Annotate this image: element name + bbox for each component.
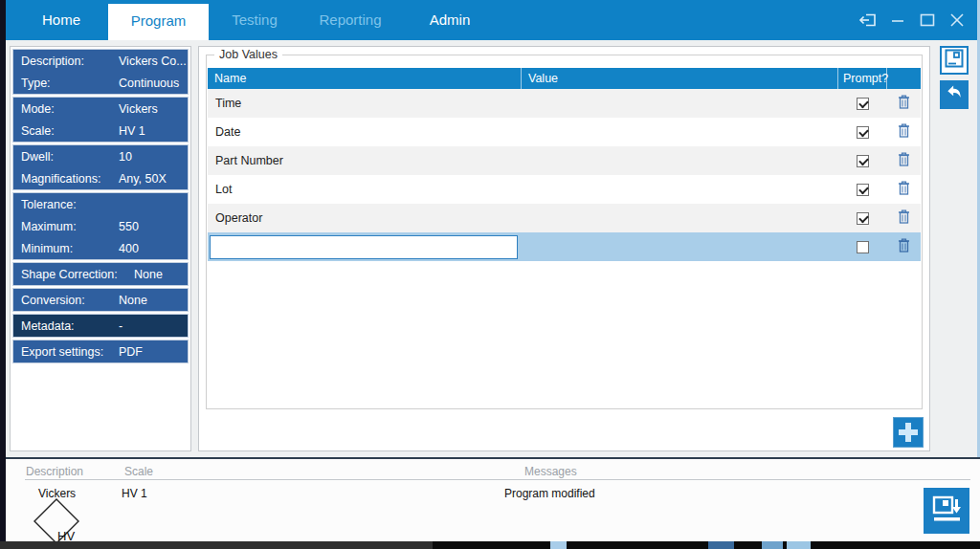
prompt-checkbox[interactable]: [857, 98, 869, 110]
property-row-dwell[interactable]: Dwell: 10: [13, 145, 188, 167]
property-row-metadata[interactable]: Metadata: -: [13, 315, 188, 337]
logout-icon[interactable]: [858, 10, 879, 31]
property-label: Export settings:: [21, 345, 119, 359]
undo-arrow-icon: [945, 83, 964, 106]
property-value: 550: [119, 220, 188, 233]
row-name-cell[interactable]: Part Number: [208, 146, 522, 175]
row-value-cell[interactable]: [522, 204, 838, 232]
property-group: Export settings: PDF: [12, 340, 189, 363]
table-row[interactable]: Time: [208, 89, 921, 118]
save-program-button[interactable]: [940, 46, 969, 75]
property-row-conversion[interactable]: Conversion: None: [13, 289, 188, 311]
app-window: Home Program Testing Reporting Admin: [6, 0, 980, 541]
prompt-checkbox[interactable]: [857, 155, 869, 167]
property-value: 400: [119, 242, 188, 255]
groupbox-title: Job Values: [214, 48, 282, 61]
property-label: Maximum:: [21, 220, 119, 233]
property-value: Continuous: [119, 77, 188, 90]
property-row-export-settings[interactable]: Export settings: PDF: [13, 340, 188, 362]
table-row[interactable]: Operator: [208, 204, 921, 232]
row-name-cell[interactable]: Operator: [208, 204, 522, 232]
property-value: None: [119, 294, 188, 307]
property-group: Mode: Vickers Scale: HV 1: [12, 97, 189, 143]
trash-icon[interactable]: [898, 123, 910, 141]
status-bar: Description Scale Messages Vickers HV 1 …: [6, 457, 980, 541]
maximize-icon[interactable]: [917, 10, 938, 31]
save-export-button[interactable]: [924, 488, 969, 534]
property-label: Dwell:: [21, 150, 119, 164]
row-value-cell[interactable]: [522, 146, 838, 175]
trash-icon[interactable]: [898, 95, 910, 112]
prompt-checkbox[interactable]: [857, 212, 869, 225]
row-value-cell[interactable]: [522, 89, 838, 118]
row-name-cell[interactable]: Time: [208, 89, 522, 118]
prompt-checkbox[interactable]: [857, 241, 869, 253]
minimize-icon[interactable]: [887, 10, 908, 31]
column-header-prompt[interactable]: Prompt?: [838, 68, 887, 89]
trash-icon[interactable]: [898, 238, 910, 255]
job-values-table: Name Value Prompt? Time Date: [208, 68, 921, 261]
prompt-checkbox[interactable]: [857, 184, 869, 196]
property-row-shape-correction[interactable]: Shape Correction: None: [13, 263, 188, 285]
row-name-cell[interactable]: Date: [208, 118, 522, 146]
screen: Home Program Testing Reporting Admin: [0, 0, 980, 549]
property-label: Conversion:: [21, 294, 119, 307]
property-value: -: [119, 319, 188, 333]
property-row-type[interactable]: Type: Continuous: [13, 72, 188, 94]
property-row-description[interactable]: Description: Vickers Co...: [13, 50, 188, 72]
column-header-name[interactable]: Name: [208, 68, 522, 89]
tab-home[interactable]: Home: [13, 0, 109, 40]
property-row-magnifications[interactable]: Magnifications: Any, 50X: [13, 167, 188, 189]
property-row-tolerance[interactable]: Tolerance:: [13, 193, 188, 215]
table-row-new[interactable]: [208, 232, 921, 261]
taskbar-icon[interactable]: [787, 541, 811, 549]
status-header-scale: Scale: [124, 465, 153, 478]
taskbar-segment: [0, 541, 433, 549]
taskbar-icon[interactable]: [550, 541, 567, 549]
column-header-delete: [887, 68, 920, 89]
tab-testing[interactable]: Testing: [212, 0, 298, 40]
tab-reporting[interactable]: Reporting: [307, 0, 393, 40]
new-value-name-input[interactable]: [210, 235, 518, 259]
row-value-cell[interactable]: [522, 118, 838, 146]
status-header-messages: Messages: [524, 465, 577, 478]
taskbar-icon[interactable]: [762, 541, 783, 549]
property-label: Metadata:: [21, 319, 119, 333]
property-group: Dwell: 10 Magnifications: Any, 50X: [12, 144, 189, 190]
property-value: Any, 50X: [119, 172, 188, 186]
table-row[interactable]: Date: [208, 118, 921, 146]
trash-icon[interactable]: [898, 181, 910, 198]
program-properties-panel: Description: Vickers Co... Type: Continu…: [10, 46, 191, 451]
undo-button[interactable]: [940, 80, 969, 109]
row-name-cell[interactable]: Lot: [208, 175, 522, 204]
plus-icon: [899, 423, 918, 442]
floppy-disk-icon: [945, 49, 964, 72]
property-label: Description:: [21, 55, 119, 68]
add-job-value-button[interactable]: [893, 417, 924, 448]
table-header: Name Value Prompt?: [208, 68, 921, 89]
row-value-cell[interactable]: [522, 175, 838, 204]
table-row[interactable]: Part Number: [208, 146, 921, 175]
prompt-checkbox[interactable]: [857, 126, 869, 139]
trash-icon[interactable]: [898, 209, 910, 227]
property-label: Type:: [21, 77, 119, 90]
status-message: Program modified: [504, 487, 595, 500]
status-header-description: Description: [26, 465, 83, 478]
taskbar-icon[interactable]: [708, 541, 734, 549]
table-row[interactable]: Lot: [208, 175, 921, 204]
column-header-value[interactable]: Value: [522, 68, 838, 89]
tab-admin[interactable]: Admin: [407, 0, 493, 40]
trash-icon[interactable]: [898, 152, 910, 169]
close-icon[interactable]: [947, 10, 968, 31]
property-value: PDF: [119, 345, 188, 359]
property-row-scale[interactable]: Scale: HV 1: [13, 120, 188, 142]
property-group: Conversion: None: [12, 288, 189, 312]
row-value-cell[interactable]: [522, 232, 838, 261]
tab-program[interactable]: Program: [108, 4, 209, 40]
property-label: Minimum:: [21, 242, 119, 255]
status-separator: [25, 479, 970, 480]
property-row-mode[interactable]: Mode: Vickers: [13, 98, 188, 120]
property-group: Shape Correction: None: [12, 262, 189, 286]
property-row-minimum[interactable]: Minimum: 400: [13, 237, 188, 259]
property-row-maximum[interactable]: Maximum: 550: [13, 215, 188, 237]
